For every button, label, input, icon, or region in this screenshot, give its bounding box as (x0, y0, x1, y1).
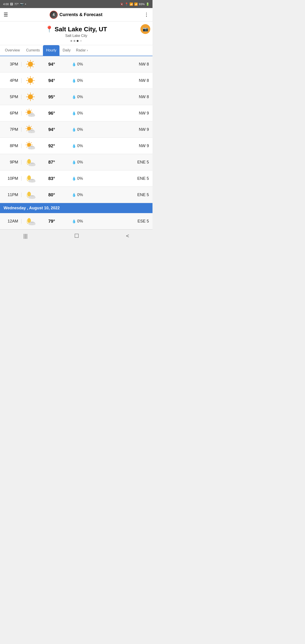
camera-float-button[interactable]: 📷 (140, 24, 150, 34)
hour-wind: NW 9 (91, 127, 149, 132)
svg-point-50 (31, 130, 35, 133)
recent-nav-icon[interactable]: < (126, 233, 129, 239)
svg-line-45 (26, 126, 27, 127)
svg-line-15 (28, 78, 28, 78)
svg-line-59 (31, 142, 32, 143)
drop-icon: 💧 (72, 78, 76, 83)
svg-point-9 (28, 78, 33, 83)
weather-icon (22, 59, 39, 69)
hour-wind: ENE 5 (91, 192, 149, 197)
svg-point-71 (32, 196, 36, 199)
tab-currents[interactable]: Currents (23, 45, 43, 56)
hamburger-icon[interactable]: ☰ (4, 12, 8, 18)
camera-status-icon: 📷 (20, 2, 24, 6)
bottom-navigation: ||| ☐ < (0, 230, 152, 242)
tab-overview[interactable]: Overview (2, 45, 23, 56)
precip-value: 0% (77, 219, 83, 224)
tab-radar[interactable]: Radar › (74, 45, 90, 56)
svg-line-57 (26, 142, 27, 143)
drop-icon: 💧 (72, 144, 76, 148)
hour-temperature: 96° (39, 111, 64, 116)
hour-precipitation: 💧 0% (64, 160, 91, 164)
hour-precipitation: 💧 0% (64, 127, 91, 132)
dot-1[interactable] (70, 40, 72, 42)
tab-daily[interactable]: Daily (60, 45, 74, 56)
hour-time: 11PM (4, 192, 22, 197)
tab-hourly[interactable]: Hourly (43, 45, 60, 56)
svg-line-22 (28, 99, 28, 100)
hour-precipitation: 💧 0% (64, 94, 91, 99)
weather-icon (22, 76, 39, 86)
hour-temperature: 94° (39, 62, 64, 67)
hour-precipitation: 💧 0% (64, 62, 91, 67)
app-logo: 4 (50, 11, 58, 19)
hour-wind: ESE 5 (91, 219, 149, 224)
pin-icon: 📍 (46, 26, 53, 33)
hour-row: 4PM 94° 💧 0% NW 8 (0, 72, 152, 89)
svg-point-62 (31, 147, 35, 149)
location-title: 📍 Salt Lake City, UT (4, 26, 149, 33)
mute-icon: 🔇 (120, 2, 124, 6)
svg-line-43 (26, 130, 27, 131)
svg-line-55 (26, 147, 27, 147)
hour-time: 10PM (4, 176, 22, 181)
hour-temperature: 83° (39, 176, 64, 181)
status-bar: 4:00 🖼 77° 📷 • 🔇 📍 📶 📶 93% 🔋 (0, 0, 152, 8)
hour-row: 5PM 95° 💧 0% NW 8 (0, 89, 152, 105)
precip-value: 0% (77, 192, 83, 197)
svg-line-33 (26, 110, 27, 110)
dot-3[interactable] (77, 40, 78, 42)
weather-icon (22, 108, 39, 118)
hour-temperature: 80° (39, 192, 64, 198)
hour-row: 3PM 94° 💧 0% NW 8 (0, 56, 152, 72)
svg-point-68 (32, 180, 36, 182)
precip-value: 0% (77, 144, 83, 148)
svg-line-6 (28, 61, 28, 62)
status-left: 4:00 🖼 77° 📷 • (3, 2, 26, 6)
drop-icon: 💧 (72, 128, 76, 132)
back-nav-icon[interactable]: ||| (24, 233, 28, 239)
hour-temperature: 94° (39, 127, 64, 132)
hour-wind: NW 9 (91, 111, 149, 116)
home-nav-icon[interactable]: ☐ (74, 233, 79, 239)
drop-icon: 💧 (72, 111, 76, 116)
city-name: Salt Lake City, UT (54, 26, 107, 33)
dot-2[interactable] (74, 40, 75, 42)
precip-value: 0% (77, 176, 83, 181)
hour-time: 3PM (4, 62, 22, 67)
hour-row: 7PM 94° 💧 0% NW 9 (0, 122, 152, 138)
svg-line-35 (31, 110, 32, 110)
precip-value: 0% (77, 127, 83, 132)
hour-wind: NW 8 (91, 94, 149, 99)
hour-time: 8PM (4, 144, 22, 148)
drop-icon: 💧 (72, 193, 76, 197)
app-header: ☰ 4 Currents & Forecast ⋮ (0, 8, 152, 22)
svg-line-20 (33, 99, 33, 100)
hour-row: 12AM 79° 💧 0% ESE 5 (0, 213, 152, 230)
add-location-icon[interactable]: + (80, 40, 82, 42)
more-options-icon[interactable]: ⋮ (144, 12, 149, 18)
header-center: 4 Currents & Forecast (50, 11, 102, 19)
signal-icon: 📶 (134, 2, 138, 6)
weather-icon (22, 141, 39, 151)
app-title: Currents & Forecast (60, 12, 102, 17)
weather-icon (22, 190, 39, 200)
svg-line-24 (28, 94, 28, 94)
svg-point-38 (31, 114, 35, 117)
day-divider: Wednesday , August 10, 2022 (0, 203, 152, 213)
hour-precipitation: 💧 0% (64, 192, 91, 197)
svg-point-65 (32, 164, 36, 166)
hour-time: 7PM (4, 127, 22, 132)
weather-icon (22, 92, 39, 102)
svg-line-31 (26, 114, 27, 115)
hour-temperature: 87° (39, 160, 64, 165)
camera-float-icon: 📷 (143, 26, 148, 32)
hour-time: 5PM (4, 94, 22, 99)
hour-time: 4PM (4, 78, 22, 83)
hour-precipitation: 💧 0% (64, 78, 91, 83)
weather-icon (22, 174, 39, 183)
svg-line-11 (33, 83, 33, 84)
hour-time: 12AM (4, 219, 22, 224)
precip-value: 0% (77, 78, 83, 83)
weather-icon (22, 157, 39, 167)
